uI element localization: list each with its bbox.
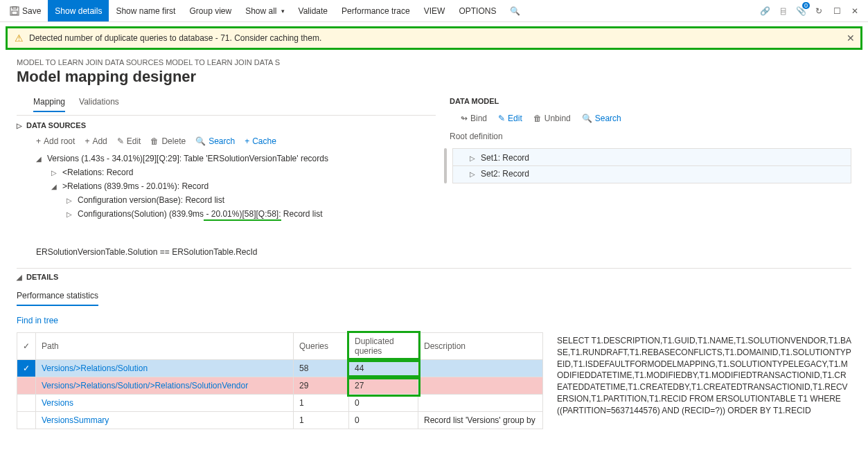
- row-checkbox[interactable]: [17, 377, 36, 395]
- delete-button[interactable]: 🗑Delete: [150, 136, 186, 146]
- save-label: Save: [22, 6, 41, 16]
- add-button[interactable]: +Add: [85, 136, 107, 146]
- search-button[interactable]: 🔍Search: [582, 114, 621, 123]
- view-button[interactable]: VIEW: [417, 0, 452, 21]
- root-definition-label: Root definition: [450, 129, 851, 148]
- trash-icon: 🗑: [150, 136, 159, 146]
- view-label: VIEW: [424, 6, 445, 16]
- link-icon[interactable]: 🔗: [760, 6, 770, 16]
- search-icon: 🔍: [582, 114, 592, 123]
- data-model-scrollbar[interactable]: [444, 148, 447, 183]
- perf-stats-tab[interactable]: Performance statistics: [17, 287, 98, 306]
- tree-node-relations-out[interactable]: ◢>Relations (839.9ms - 20.01%): Record: [36, 179, 436, 193]
- col-path[interactable]: Path: [36, 333, 294, 360]
- data-sources-label: DATA SOURCES: [26, 121, 86, 129]
- tree-node-versions[interactable]: ◢Versions (1.43s - 34.01%)[29][Q:29]: Ta…: [36, 152, 436, 165]
- table-row[interactable]: VersionsSummary 1 0 Record list 'Version…: [17, 412, 543, 429]
- group-view-button[interactable]: Group view: [182, 0, 238, 21]
- options-button[interactable]: OPTIONS: [452, 0, 503, 21]
- tab-validations[interactable]: Validations: [79, 91, 119, 112]
- add-root-button[interactable]: +Add root: [36, 136, 75, 146]
- save-button[interactable]: Save: [3, 0, 48, 21]
- edit-button[interactable]: ✎Edit: [498, 114, 522, 123]
- col-description[interactable]: Description: [418, 333, 543, 360]
- save-icon: [10, 6, 19, 16]
- caret-right-icon[interactable]: ▷: [470, 170, 477, 178]
- table-header-row: ✓ Path Queries Duplicated queries Descri…: [17, 333, 543, 360]
- breadcrumb: MODEL TO LEARN JOIN DATA SOURCES MODEL T…: [0, 54, 868, 68]
- show-name-first-button[interactable]: Show name first: [109, 0, 182, 21]
- attach-icon[interactable]: 📎: [796, 6, 806, 16]
- data-model-tree: ▷Set1: Record ▷Set2: Record: [452, 148, 851, 183]
- expression-text: ERSolutionVersionTable.Solution == ERSol…: [17, 235, 436, 262]
- data-sources-header: ▷ DATA SOURCES: [17, 115, 436, 134]
- bind-button[interactable]: ↬Bind: [461, 114, 487, 123]
- row-path[interactable]: Versions: [36, 395, 294, 412]
- caret-down-icon[interactable]: ◢: [17, 273, 22, 281]
- table-row[interactable]: Versions 1 0: [17, 395, 543, 412]
- row-checkbox[interactable]: [17, 412, 36, 429]
- perf-trace-button[interactable]: Performance trace: [335, 0, 417, 21]
- caret-right-icon[interactable]: ▷: [67, 210, 73, 218]
- row-dup: 44: [349, 360, 418, 377]
- search-button[interactable]: 🔍Search: [195, 136, 235, 146]
- popout-icon[interactable]: ☐: [832, 6, 842, 16]
- caret-right-icon[interactable]: ▷: [470, 154, 477, 162]
- row-dup: 0: [349, 412, 418, 429]
- caret-right-icon[interactable]: ▷: [67, 197, 73, 204]
- warning-banner: ⚠ Detected number of duplicate queries t…: [6, 26, 862, 50]
- tab-mapping[interactable]: Mapping: [33, 91, 65, 112]
- warning-close-button[interactable]: ✕: [847, 33, 855, 44]
- edit-button[interactable]: ✎Edit: [117, 136, 141, 146]
- tree-node-config-version[interactable]: ▷Configuration version(Base): Record lis…: [36, 193, 436, 207]
- office-icon[interactable]: ⌸: [778, 6, 788, 16]
- row-path[interactable]: VersionsSummary: [36, 412, 294, 429]
- row-desc: [418, 395, 543, 412]
- table-row[interactable]: ✓ Versions/>Relations/Solution 58 44: [17, 360, 543, 377]
- group-view-label: Group view: [189, 6, 231, 16]
- search-button[interactable]: 🔍: [503, 0, 527, 21]
- main-tabs: Mapping Validations: [17, 91, 436, 112]
- row-dup: 0: [349, 395, 418, 412]
- sql-text: SELECT T1.DESCRIPTION,T1.GUID,T1.NAME,T1…: [557, 332, 851, 420]
- refresh-icon[interactable]: ↻: [814, 6, 824, 16]
- table-row[interactable]: Versions/>Relations/Solution/>Relations/…: [17, 377, 543, 395]
- close-icon[interactable]: ✕: [850, 6, 860, 16]
- svg-rect-2: [12, 11, 17, 15]
- show-all-label: Show all: [245, 6, 276, 16]
- row-queries: 58: [294, 360, 349, 377]
- details-label: DETAILS: [26, 273, 58, 281]
- show-details-button[interactable]: Show details: [48, 0, 109, 21]
- col-dup-queries[interactable]: Duplicated queries: [349, 333, 418, 360]
- tree-node-set1[interactable]: ▷Set1: Record: [453, 150, 851, 166]
- main-toolbar: Save Show details Show name first Group …: [0, 0, 868, 22]
- pencil-icon: ✎: [117, 136, 124, 146]
- caret-right-icon[interactable]: ▷: [51, 169, 58, 177]
- row-desc: [418, 360, 543, 377]
- select-all-checkbox[interactable]: ✓: [17, 333, 36, 360]
- collapse-icon[interactable]: ▷: [17, 122, 22, 129]
- cache-button[interactable]: +Cache: [245, 136, 276, 146]
- caret-down-icon[interactable]: ◢: [51, 183, 58, 190]
- options-label: OPTIONS: [459, 6, 496, 16]
- perf-trace-label: Performance trace: [342, 6, 410, 16]
- details-section: ◢ DETAILS Performance statistics Find in…: [0, 268, 868, 468]
- row-path[interactable]: Versions/>Relations/Solution: [36, 360, 294, 377]
- row-checkbox[interactable]: ✓: [17, 360, 36, 377]
- col-queries[interactable]: Queries: [294, 333, 349, 360]
- row-path[interactable]: Versions/>Relations/Solution/>Relations/…: [36, 377, 294, 395]
- show-all-button[interactable]: Show all▾: [238, 0, 291, 21]
- validate-button[interactable]: Validate: [292, 0, 335, 21]
- caret-down-icon[interactable]: ◢: [36, 155, 43, 163]
- tree-node-configurations[interactable]: ▷Configurations(Solution) (839.9ms - 20.…: [36, 207, 436, 221]
- plus-icon: +: [245, 136, 249, 146]
- tree-node-relations-in[interactable]: ▷<Relations: Record: [36, 165, 436, 179]
- row-checkbox[interactable]: [17, 395, 36, 412]
- tree-node-set2[interactable]: ▷Set2: Record: [453, 166, 851, 181]
- find-in-tree-link[interactable]: Find in tree: [17, 306, 58, 332]
- unbind-button[interactable]: 🗑Unbind: [533, 114, 571, 123]
- row-queries: 1: [294, 395, 349, 412]
- plus-icon: +: [85, 136, 89, 146]
- data-sources-actions: +Add root +Add ✎Edit 🗑Delete 🔍Search +Ca…: [17, 134, 436, 152]
- row-queries: 29: [294, 377, 349, 395]
